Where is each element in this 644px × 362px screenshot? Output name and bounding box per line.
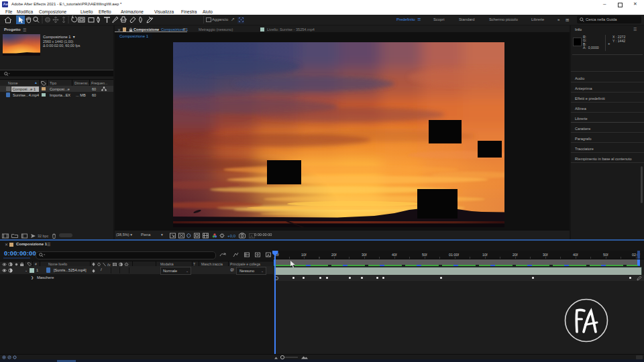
svg-text:+0,0: +0,0 xyxy=(227,234,236,238)
